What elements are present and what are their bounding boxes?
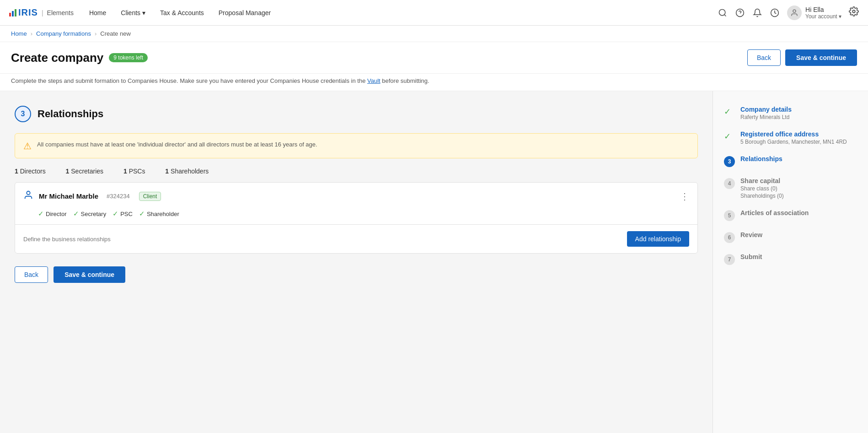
person-card: Mr Michael Marble #324234 Client ⋮ ✓ Dir…	[15, 182, 698, 254]
person-icon	[23, 190, 33, 202]
header-actions: Back Save & continue	[747, 49, 857, 66]
sidebar-step-5-title[interactable]: Articles of association	[740, 209, 857, 216]
breadcrumb-create-new: Create new	[100, 30, 130, 37]
sidebar-step-4-sub2: Shareholdings (0)	[740, 193, 857, 199]
nav-clients[interactable]: Clients ▾	[114, 5, 152, 20]
sidebar-step-7: 7 Submit	[724, 253, 857, 265]
vault-link[interactable]: Vault	[367, 77, 380, 84]
sidebar-step-7-title[interactable]: Submit	[740, 253, 857, 260]
sidebar-step-2-content: Registered office address 5 Borough Gard…	[740, 130, 857, 145]
svg-point-5	[793, 10, 796, 12]
sidebar-step-1-content: Company details Raferty Minerals Ltd	[740, 106, 857, 120]
pscs-count: 1 PSCs	[123, 168, 154, 175]
right-sidebar: ✓ Company details Raferty Minerals Ltd ✓…	[713, 91, 868, 433]
svg-point-7	[27, 191, 30, 195]
logo-separator: |	[42, 9, 43, 16]
define-relationship-bar: Define the business relationships Add re…	[15, 224, 697, 253]
sidebar-step-3-content: Relationships	[740, 155, 857, 162]
person-roles: ✓ Director ✓ Secretary ✓ PSC ✓ Sharehold…	[15, 210, 697, 224]
sidebar-step-4-number-icon: 4	[724, 178, 735, 189]
logo-bars-icon	[9, 9, 16, 16]
logo-bar-3	[15, 9, 16, 16]
sidebar-step-2: ✓ Registered office address 5 Borough Ga…	[724, 130, 857, 145]
logo-area[interactable]: IRIS | Elements	[9, 7, 74, 18]
sidebar-step-5: 5 Articles of association	[724, 209, 857, 221]
sidebar-step-4: 4 Share capital Share class (0) Sharehol…	[724, 177, 857, 199]
sidebar-step-4-sub1: Share class (0)	[740, 185, 857, 192]
warning-box: ⚠ All companies must have at least one '…	[15, 133, 698, 158]
psc-check-icon: ✓	[113, 210, 118, 218]
sidebar-step-7-number-icon: 7	[724, 254, 735, 265]
define-relationship-text: Define the business relationships	[23, 236, 111, 243]
logo-iris-text: IRIS	[18, 7, 38, 18]
breadcrumb: Home › Company formations › Create new	[0, 26, 868, 42]
search-icon[interactable]	[718, 8, 728, 18]
sidebar-step-1-title[interactable]: Company details	[740, 106, 857, 113]
help-icon[interactable]	[735, 8, 745, 18]
sidebar-step-5-content: Articles of association	[740, 209, 857, 216]
user-text-area: Hi Ella Your account ▾	[805, 6, 841, 20]
secretary-label: Secretary	[81, 211, 107, 217]
role-psc: ✓ PSC	[113, 210, 133, 218]
role-director: ✓ Director	[38, 210, 67, 218]
sidebar-step-6-content: Review	[740, 231, 857, 238]
sidebar-step-3-number-icon: 3	[724, 156, 735, 167]
nav-links: Home Clients ▾ Tax & Accounts Proposal M…	[83, 5, 277, 20]
svg-line-1	[724, 14, 726, 16]
client-badge: Client	[139, 192, 161, 201]
secretaries-count: 1 Secretaries	[66, 168, 113, 175]
sub-header: Complete the steps and submit formation …	[0, 74, 868, 91]
sub-notice-after: before submitting.	[382, 77, 429, 84]
settings-icon[interactable]	[849, 6, 859, 19]
bottom-save-continue-button[interactable]: Save & continue	[54, 266, 125, 283]
nav-proposal-manager[interactable]: Proposal Manager	[212, 5, 277, 20]
sidebar-step-6: 6 Review	[724, 231, 857, 243]
svg-point-0	[719, 9, 725, 15]
user-account-label: Your account ▾	[805, 13, 841, 20]
person-info: Mr Michael Marble #324234 Client ⋮	[15, 183, 697, 210]
sidebar-step-2-title[interactable]: Registered office address	[740, 130, 857, 138]
breadcrumb-home[interactable]: Home	[11, 30, 27, 37]
sidebar-step-5-number-icon: 5	[724, 210, 735, 221]
breadcrumb-company-formations[interactable]: Company formations	[36, 30, 91, 37]
logo-bar-2	[12, 11, 14, 16]
bottom-actions: Back Save & continue	[15, 266, 698, 283]
warning-text: All companies must have at least one 'in…	[37, 140, 317, 149]
sidebar-step-3-title[interactable]: Relationships	[740, 155, 857, 162]
summary-line: 1 Directors 1 Secretaries 1 PSCs 1 Share…	[15, 168, 698, 175]
add-relationship-button[interactable]: Add relationship	[627, 231, 689, 247]
sidebar-step-1: ✓ Company details Raferty Minerals Ltd	[724, 106, 857, 120]
psc-label: PSC	[120, 211, 133, 217]
nav-clients-chevron-icon: ▾	[142, 9, 145, 16]
breadcrumb-sep-2: ›	[95, 30, 96, 37]
clock-icon[interactable]	[770, 8, 780, 18]
notifications-icon[interactable]	[752, 8, 762, 18]
top-navigation: IRIS | Elements Home Clients ▾ Tax & Acc…	[0, 0, 868, 26]
nav-home[interactable]: Home	[83, 5, 113, 20]
sidebar-step-6-number-icon: 6	[724, 232, 735, 243]
svg-point-6	[852, 10, 855, 13]
header-save-continue-button[interactable]: Save & continue	[785, 49, 857, 66]
shareholders-count: 1 Shareholders	[165, 168, 218, 175]
topnav-right: Hi Ella Your account ▾	[718, 5, 859, 20]
secretary-check-icon: ✓	[73, 210, 79, 218]
person-id: #324234	[107, 193, 130, 200]
page-title: Create company	[11, 51, 103, 65]
shareholder-label: Shareholder	[147, 211, 179, 217]
sidebar-step-4-title[interactable]: Share capital	[740, 177, 857, 184]
user-info[interactable]: Hi Ella Your account ▾	[787, 5, 841, 20]
breadcrumb-sep-1: ›	[31, 30, 32, 37]
header-back-button[interactable]: Back	[747, 49, 781, 66]
main-layout: 3 Relationships ⚠ All companies must hav…	[0, 91, 868, 433]
director-label: Director	[46, 211, 67, 217]
bottom-back-button[interactable]: Back	[15, 266, 48, 283]
sidebar-step-6-title[interactable]: Review	[740, 231, 857, 238]
shareholder-check-icon: ✓	[139, 210, 145, 218]
page-title-area: Create company 9 tokens left	[11, 51, 148, 65]
sidebar-step-3: 3 Relationships	[724, 155, 857, 167]
person-more-menu-icon[interactable]: ⋮	[680, 191, 689, 202]
sidebar-step-2-check-icon: ✓	[724, 131, 735, 142]
nav-tax-accounts[interactable]: Tax & Accounts	[154, 5, 210, 20]
director-check-icon: ✓	[38, 210, 44, 218]
step-header: 3 Relationships	[15, 106, 698, 122]
